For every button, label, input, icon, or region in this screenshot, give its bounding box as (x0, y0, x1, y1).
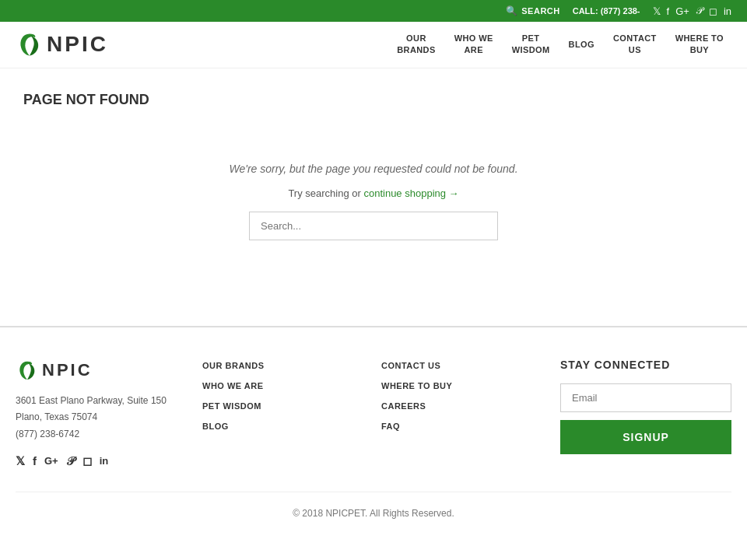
footer-logo-leaf-icon (16, 359, 39, 382)
nav-where-to-buy[interactable]: WHERE TOBUY (668, 28, 731, 61)
logo-text: NPIC (47, 32, 108, 57)
footer-facebook-link[interactable]: f (33, 454, 37, 467)
email-input[interactable] (560, 383, 731, 412)
footer-link-pet-wisdom[interactable]: PET WISDOM (202, 401, 261, 411)
twitter-link-top[interactable]: 𝕏 (653, 5, 661, 17)
instagram-link-top[interactable]: ◻ (709, 5, 717, 17)
error-message: We're sorry, but the page you requested … (23, 163, 724, 175)
footer-link-blog[interactable]: BLOG (202, 422, 229, 431)
error-section: We're sorry, but the page you requested … (23, 147, 724, 279)
googleplus-link-top[interactable]: G+ (675, 5, 689, 17)
pinterest-link-top[interactable]: 𝒫 (696, 5, 703, 17)
continue-shopping-link[interactable]: continue shopping → (363, 187, 458, 199)
nav-blog[interactable]: BLOG (561, 34, 602, 55)
footer-links-col1: OUR BRANDS WHO WE ARE PET WISDOM BLOG (202, 359, 358, 468)
footer-link-where-to-buy[interactable]: WHERE TO BUY (381, 381, 452, 390)
page-not-found-title: PAGE NOT FOUND (23, 92, 724, 108)
call-info: CALL: (877) 238- (573, 6, 640, 16)
footer-twitter-link[interactable]: 𝕏 (16, 454, 25, 468)
footer-link-our-brands[interactable]: OUR BRANDS (202, 361, 265, 370)
footer-social: 𝕏 f G+ 𝒫 ◻ in (16, 454, 179, 468)
footer-instagram-link[interactable]: ◻ (82, 454, 92, 468)
nav-contact-us[interactable]: CONTACTUS (605, 28, 665, 61)
signup-button[interactable]: SIGNUP (560, 420, 731, 454)
main-nav: OURBRANDS WHO WEARE PETWISDOM BLOG CONTA… (389, 28, 731, 61)
nav-pet-wisdom[interactable]: PETWISDOM (504, 28, 558, 61)
search-icon: 🔍 (506, 5, 518, 16)
footer-link-careers[interactable]: CAREERS (381, 401, 426, 411)
nav-our-brands[interactable]: OURBRANDS (389, 28, 443, 61)
nav-who-we-are[interactable]: WHO WEARE (447, 28, 501, 61)
footer-address: 3601 East Plano Parkway, Suite 150 Plano… (16, 393, 179, 443)
search-input[interactable] (249, 212, 498, 240)
social-links-top: 𝕏 f G+ 𝒫 ◻ in (653, 5, 731, 17)
footer-copyright: © 2018 NPICPET. All Rights Reserved. (16, 492, 731, 519)
search-button[interactable]: 🔍 SEARCH (506, 5, 560, 16)
footer-link-who-we-are[interactable]: WHO WE ARE (202, 381, 264, 390)
footer-logo-text: NPIC (42, 360, 93, 380)
footer-pinterest-link[interactable]: 𝒫 (66, 454, 75, 468)
stay-connected-title: STAY CONNECTED (560, 359, 731, 371)
footer-link-contact-us[interactable]: CONTACT US (381, 361, 440, 370)
logo-leaf-icon (16, 30, 44, 58)
facebook-link-top[interactable]: f (667, 5, 670, 17)
footer-logo-col: NPIC 3601 East Plano Parkway, Suite 150 … (16, 359, 179, 468)
search-hint-text: Try searching or continue shopping → (23, 187, 724, 199)
footer-stay-connected: STAY CONNECTED SIGNUP (560, 359, 731, 468)
logo[interactable]: NPIC (16, 30, 108, 58)
footer-link-faq[interactable]: FAQ (381, 422, 400, 431)
footer-googleplus-link[interactable]: G+ (44, 455, 58, 467)
footer-links-col2: CONTACT US WHERE TO BUY CAREERS FAQ (381, 359, 537, 468)
linkedin-link-top[interactable]: in (724, 5, 731, 17)
footer-linkedin-link[interactable]: in (100, 455, 109, 467)
